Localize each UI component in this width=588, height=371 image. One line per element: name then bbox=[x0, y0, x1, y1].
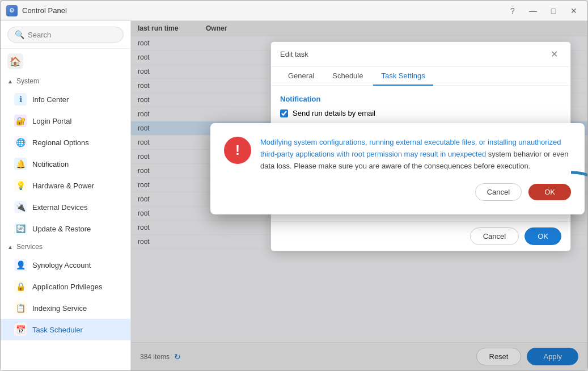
main-layout: 🔍 🏠 ▲ System ℹ Info Center 🔐 Login Porta… bbox=[1, 21, 587, 370]
services-chevron-icon: ▲ bbox=[7, 244, 13, 250]
application-privileges-icon: 🔒 bbox=[14, 280, 27, 293]
modal-footer: Cancel OK bbox=[271, 221, 570, 251]
sidebar-item-info-center[interactable]: ℹ Info Center bbox=[1, 88, 130, 110]
hardware-power-icon: 💡 bbox=[14, 179, 27, 192]
task-scheduler-icon: 📅 bbox=[14, 323, 27, 336]
services-section-header[interactable]: ▲ Services bbox=[1, 239, 130, 254]
send-email-row: Send run details by email bbox=[280, 109, 561, 117]
sidebar-item-label: Regional Options bbox=[32, 138, 89, 147]
warning-buttons: Cancel OK bbox=[224, 183, 571, 201]
regional-options-icon: 🌐 bbox=[14, 136, 27, 149]
sidebar-item-label: Application Privileges bbox=[32, 283, 103, 291]
sidebar-item-login-portal[interactable]: 🔐 Login Portal bbox=[1, 110, 130, 132]
sidebar-item-label: Info Center bbox=[32, 95, 69, 104]
warning-cancel-button[interactable]: Cancel bbox=[475, 183, 522, 201]
main-window: ⚙ Control Panel ? — □ ✕ 🔍 🏠 ▲ bbox=[0, 0, 588, 371]
titlebar-controls: ? — □ ✕ bbox=[505, 3, 582, 19]
help-button[interactable]: ? bbox=[505, 3, 521, 19]
tab-task-settings[interactable]: Task Settings bbox=[373, 67, 433, 86]
sidebar-item-label: Hardware & Power bbox=[32, 182, 94, 190]
update-restore-icon: 🔄 bbox=[14, 222, 27, 235]
system-section-header[interactable]: ▲ System bbox=[1, 74, 130, 88]
titlebar: ⚙ Control Panel ? — □ ✕ bbox=[1, 1, 587, 21]
warning-icon: ! bbox=[224, 137, 251, 164]
titlebar-left: ⚙ Control Panel bbox=[6, 5, 67, 16]
search-bar: 🔍 bbox=[1, 21, 130, 49]
window-title: Control Panel bbox=[22, 6, 67, 15]
warning-text: Modifying system configurations, running… bbox=[260, 137, 571, 172]
sidebar-item-hardware-power[interactable]: 💡 Hardware & Power bbox=[1, 175, 130, 196]
sidebar-item-indexing-service[interactable]: 📋 Indexing Service bbox=[1, 297, 130, 319]
search-input[interactable] bbox=[28, 31, 116, 39]
sidebar-item-label: Synology Account bbox=[32, 261, 91, 269]
services-section-label: Services bbox=[16, 243, 43, 251]
system-section-label: System bbox=[16, 77, 39, 85]
warning-ok-button[interactable]: OK bbox=[528, 184, 571, 200]
app-icon: ⚙ bbox=[6, 5, 18, 16]
indexing-service-icon: 📋 bbox=[14, 302, 27, 314]
sidebar-item-label: Task Scheduler bbox=[32, 326, 83, 334]
modal-tabs: General Schedule Task Settings bbox=[271, 67, 570, 86]
send-email-label: Send run details by email bbox=[293, 109, 375, 117]
external-devices-icon: 🔌 bbox=[14, 201, 27, 213]
sidebar-item-label: Update & Restore bbox=[32, 225, 91, 233]
send-email-checkbox[interactable] bbox=[280, 109, 288, 117]
minimize-button[interactable]: — bbox=[525, 3, 541, 19]
warning-exclamation: ! bbox=[235, 142, 240, 158]
notification-icon: 🔔 bbox=[14, 158, 27, 170]
search-input-wrap[interactable]: 🔍 bbox=[7, 27, 124, 43]
warning-dialog: ! Modifying system configurations, runni… bbox=[210, 123, 585, 214]
modal-ok-button[interactable]: OK bbox=[524, 227, 561, 245]
sidebar-item-task-scheduler[interactable]: 📅 Task Scheduler bbox=[1, 319, 130, 340]
sidebar-item-regional-options[interactable]: 🌐 Regional Options bbox=[1, 132, 130, 153]
sidebar-item-update-restore[interactable]: 🔄 Update & Restore bbox=[1, 218, 130, 239]
sidebar-item-synology-account[interactable]: 👤 Synology Account bbox=[1, 254, 130, 276]
close-button[interactable]: ✕ bbox=[566, 3, 582, 19]
modal-close-button[interactable]: ✕ bbox=[547, 48, 561, 61]
synology-account-icon: 👤 bbox=[14, 259, 27, 271]
system-chevron-icon: ▲ bbox=[7, 78, 13, 85]
modal-cancel-button[interactable]: Cancel bbox=[470, 227, 519, 245]
sidebar-item-application-privileges[interactable]: 🔒 Application Privileges bbox=[1, 276, 130, 297]
sidebar-home-button[interactable]: 🏠 bbox=[1, 49, 130, 74]
home-icon: 🏠 bbox=[7, 53, 23, 69]
app-icon-symbol: ⚙ bbox=[9, 7, 15, 14]
login-portal-icon: 🔐 bbox=[14, 115, 27, 127]
modal-titlebar: Edit task ✕ bbox=[271, 42, 570, 67]
sidebar-item-notification[interactable]: 🔔 Notification bbox=[1, 153, 130, 175]
maximize-button[interactable]: □ bbox=[545, 3, 561, 19]
tab-schedule[interactable]: Schedule bbox=[324, 67, 371, 86]
sidebar-item-label: Notification bbox=[32, 160, 69, 168]
info-center-icon: ℹ bbox=[14, 93, 27, 106]
search-icon: 🔍 bbox=[15, 30, 24, 39]
warning-content: ! Modifying system configurations, runni… bbox=[224, 137, 571, 172]
content-area: last run time Owner root root root root … bbox=[131, 21, 587, 370]
sidebar: 🔍 🏠 ▲ System ℹ Info Center 🔐 Login Porta… bbox=[1, 21, 131, 370]
sidebar-item-label: Login Portal bbox=[32, 117, 71, 125]
tab-general[interactable]: General bbox=[280, 67, 322, 86]
sidebar-item-label: Indexing Service bbox=[32, 304, 87, 313]
sidebar-item-external-devices[interactable]: 🔌 External Devices bbox=[1, 196, 130, 218]
notification-section-title: Notification bbox=[280, 95, 561, 103]
modal-title: Edit task bbox=[280, 50, 308, 58]
arrow-indicator bbox=[565, 167, 587, 208]
sidebar-item-label: External Devices bbox=[32, 203, 88, 212]
